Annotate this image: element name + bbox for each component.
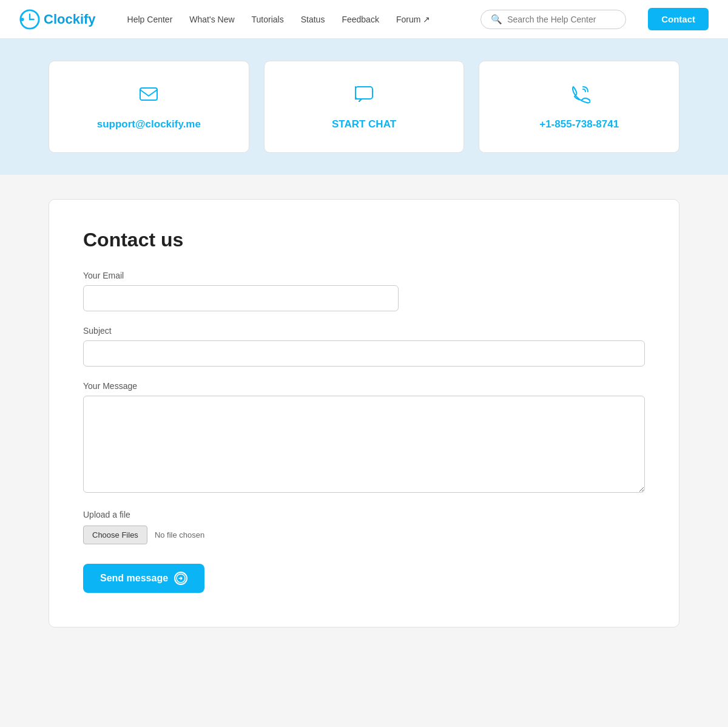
nav-tutorials[interactable]: Tutorials [244, 10, 291, 29]
phone-label: +1-855-738-8741 [539, 118, 619, 130]
choose-files-button[interactable]: Choose Files [83, 526, 147, 544]
send-button-icon [174, 572, 187, 585]
message-group: Your Message [83, 381, 645, 495]
logo[interactable]: Clockify [19, 9, 96, 30]
hero-cards: support@clockify.me START CHAT +1-855- [49, 61, 679, 153]
search-input[interactable] [507, 15, 616, 24]
search-bar: 🔍 [480, 10, 626, 29]
phone-icon [568, 83, 590, 110]
nav-status[interactable]: Status [294, 10, 332, 29]
nav-links: Help Center What's New Tutorials Status … [120, 10, 467, 29]
svg-rect-2 [140, 88, 157, 100]
email-icon [138, 83, 160, 110]
subject-label: Subject [83, 326, 645, 336]
phone-card[interactable]: +1-855-738-8741 [479, 61, 679, 153]
form-title: Contact us [83, 229, 645, 251]
nav-feedback[interactable]: Feedback [334, 10, 386, 29]
form-card: Contact us Your Email Subject Your Messa… [49, 199, 679, 627]
email-card[interactable]: support@clockify.me [49, 61, 249, 153]
message-label: Your Message [83, 381, 645, 391]
file-input-row: Choose Files No file chosen [83, 526, 645, 544]
form-section: Contact us Your Email Subject Your Messa… [0, 175, 728, 664]
chat-icon [353, 83, 375, 110]
nav-forum[interactable]: Forum ↗ [389, 10, 437, 29]
email-input[interactable] [83, 285, 399, 311]
send-message-button[interactable]: Send message [83, 564, 204, 593]
send-button-label: Send message [100, 573, 168, 584]
svg-rect-3 [356, 87, 372, 99]
subject-input[interactable] [83, 340, 645, 367]
upload-label: Upload a file [83, 510, 645, 519]
chat-card[interactable]: START CHAT [264, 61, 465, 153]
hero-section: support@clockify.me START CHAT +1-855- [0, 39, 728, 175]
nav-help-center[interactable]: Help Center [120, 10, 180, 29]
email-group: Your Email [83, 271, 645, 311]
search-icon: 🔍 [491, 14, 502, 25]
nav-whats-new[interactable]: What's New [182, 10, 241, 29]
message-textarea[interactable] [83, 396, 645, 493]
brand-name: Clockify [44, 12, 96, 27]
chat-label: START CHAT [332, 118, 396, 130]
contact-button[interactable]: Contact [648, 8, 709, 30]
no-file-text: No file chosen [155, 530, 204, 539]
navbar: Clockify Help Center What's New Tutorial… [0, 0, 728, 39]
upload-group: Upload a file Choose Files No file chose… [83, 510, 645, 544]
email-label: support@clockify.me [97, 118, 201, 130]
subject-group: Subject [83, 326, 645, 367]
svg-point-1 [21, 18, 24, 21]
email-label: Your Email [83, 271, 645, 280]
